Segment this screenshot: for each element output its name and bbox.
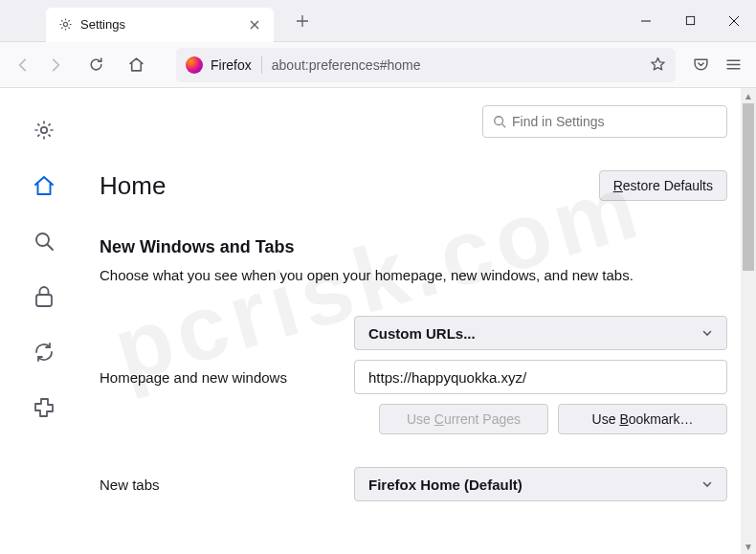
content-area: Home Restore Defaults New Windows and Ta… — [0, 88, 756, 554]
dropdown-value: Firefox Home (Default) — [368, 476, 523, 493]
main-panel: Home Restore Defaults New Windows and Ta… — [88, 88, 756, 554]
svg-point-0 — [63, 22, 67, 26]
page-title: Home — [100, 171, 166, 201]
reload-button[interactable] — [80, 50, 111, 80]
sidebar-general-icon[interactable] — [29, 115, 59, 145]
sidebar-privacy-icon[interactable] — [29, 281, 59, 312]
restore-defaults-button[interactable]: Restore Defaults — [599, 170, 727, 201]
url-bar[interactable]: Firefox about:preferences#home — [176, 48, 676, 82]
svg-point-2 — [41, 127, 47, 133]
bookmark-star-icon[interactable] — [650, 56, 666, 73]
settings-search-input[interactable] — [512, 114, 717, 129]
url-text: about:preferences#home — [272, 57, 650, 73]
newtabs-dropdown[interactable]: Firefox Home (Default) — [354, 467, 727, 501]
back-button[interactable] — [8, 50, 38, 80]
forward-button[interactable] — [40, 50, 71, 80]
menu-button[interactable] — [718, 50, 748, 80]
gear-icon — [57, 17, 73, 33]
scroll-down-arrow[interactable]: ▼ — [741, 539, 756, 554]
dropdown-value: Custom URLs... — [368, 325, 476, 342]
minimize-button[interactable] — [624, 0, 668, 42]
search-icon — [493, 115, 506, 128]
divider — [261, 56, 262, 74]
maximize-button[interactable] — [668, 0, 712, 42]
toolbar: Firefox about:preferences#home — [0, 42, 756, 88]
pocket-button[interactable] — [685, 50, 716, 80]
chevron-down-icon — [701, 478, 713, 490]
svg-rect-1 — [686, 16, 694, 24]
window-controls — [624, 0, 756, 42]
newtabs-label: New tabs — [100, 476, 354, 493]
homepage-mode-dropdown[interactable]: Custom URLs... — [354, 316, 727, 350]
homepage-field-label: Homepage and new windows — [100, 369, 354, 386]
titlebar: Settings — [0, 0, 756, 42]
sidebar — [0, 88, 88, 554]
home-button[interactable] — [121, 50, 151, 80]
chevron-down-icon — [701, 327, 713, 339]
settings-search[interactable] — [482, 105, 727, 138]
scroll-up-arrow[interactable]: ▲ — [741, 88, 756, 103]
firefox-logo-icon — [186, 56, 203, 74]
new-tab-button[interactable] — [289, 8, 316, 34]
identity-label: Firefox — [211, 57, 252, 73]
section-description: Choose what you see when you open your h… — [100, 267, 727, 283]
svg-rect-4 — [36, 295, 52, 306]
tab-title: Settings — [80, 17, 247, 32]
homepage-url-input[interactable] — [354, 360, 727, 394]
use-current-pages-button[interactable]: Use Current Pages — [379, 404, 548, 434]
sidebar-home-icon[interactable] — [29, 170, 59, 201]
browser-tab[interactable]: Settings — [46, 8, 274, 42]
scrollbar-thumb[interactable] — [743, 103, 754, 271]
section-title: New Windows and Tabs — [100, 237, 727, 257]
sidebar-sync-icon[interactable] — [29, 337, 59, 367]
close-window-button[interactable] — [712, 0, 756, 42]
sidebar-extensions-icon[interactable] — [29, 392, 59, 423]
vertical-scrollbar[interactable]: ▲ ▼ — [741, 88, 756, 554]
sidebar-search-icon[interactable] — [29, 226, 59, 256]
close-icon[interactable] — [247, 17, 262, 33]
use-bookmark-button[interactable]: Use Bookmark… — [558, 404, 727, 434]
